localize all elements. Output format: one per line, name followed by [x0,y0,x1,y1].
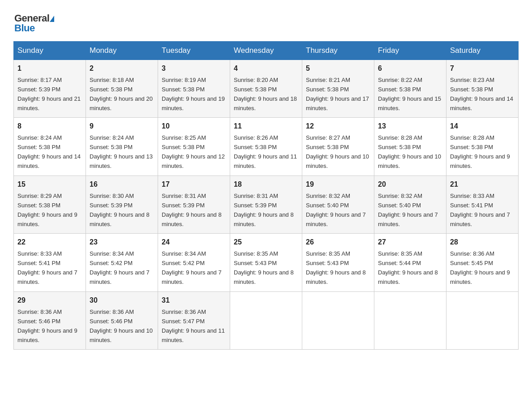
day-info: Sunrise: 8:18 AMSunset: 5:38 PMDaylight:… [90,77,153,111]
day-info: Sunrise: 8:31 AMSunset: 5:39 PMDaylight:… [234,193,294,227]
calendar-header-row: SundayMondayTuesdayWednesdayThursdayFrid… [14,42,519,60]
day-number: 31 [162,295,226,306]
calendar-day-cell: 24Sunrise: 8:34 AMSunset: 5:42 PMDayligh… [158,234,230,291]
column-header-monday: Monday [86,42,158,60]
day-info: Sunrise: 8:24 AMSunset: 5:38 PMDaylight:… [17,134,81,169]
calendar-day-cell: 3Sunrise: 8:19 AMSunset: 5:38 PMDaylight… [158,60,230,118]
calendar-day-cell: 23Sunrise: 8:34 AMSunset: 5:42 PMDayligh… [86,234,158,291]
day-info: Sunrise: 8:35 AMSunset: 5:43 PMDaylight:… [306,250,366,285]
day-number: 11 [234,121,298,132]
calendar-day-cell: 22Sunrise: 8:33 AMSunset: 5:41 PMDayligh… [14,234,86,291]
calendar-day-cell: 6Sunrise: 8:22 AMSunset: 5:38 PMDaylight… [374,60,446,118]
calendar-day-cell [374,291,446,349]
calendar-week-row: 1Sunrise: 8:17 AMSunset: 5:39 PMDaylight… [14,60,519,118]
day-number: 14 [450,121,515,132]
day-info: Sunrise: 8:36 AMSunset: 5:46 PMDaylight:… [17,308,77,343]
day-info: Sunrise: 8:29 AMSunset: 5:38 PMDaylight:… [17,193,77,227]
calendar-week-row: 8Sunrise: 8:24 AMSunset: 5:38 PMDaylight… [14,118,519,176]
day-info: Sunrise: 8:17 AMSunset: 5:39 PMDaylight:… [17,77,81,111]
day-info: Sunrise: 8:31 AMSunset: 5:39 PMDaylight:… [162,193,222,227]
logo-blue: Blue [14,23,54,33]
calendar-day-cell: 15Sunrise: 8:29 AMSunset: 5:38 PMDayligh… [14,176,86,233]
calendar-day-cell: 14Sunrise: 8:28 AMSunset: 5:38 PMDayligh… [446,118,519,176]
calendar-day-cell [446,291,519,349]
day-info: Sunrise: 8:36 AMSunset: 5:46 PMDaylight:… [90,308,153,343]
day-info: Sunrise: 8:22 AMSunset: 5:38 PMDaylight:… [378,77,441,111]
day-number: 10 [162,121,226,132]
calendar-day-cell: 16Sunrise: 8:30 AMSunset: 5:39 PMDayligh… [86,176,158,233]
day-number: 27 [378,237,442,248]
calendar-day-cell: 2Sunrise: 8:18 AMSunset: 5:38 PMDaylight… [86,60,158,118]
calendar-day-cell: 29Sunrise: 8:36 AMSunset: 5:46 PMDayligh… [14,291,86,349]
calendar-day-cell: 1Sunrise: 8:17 AMSunset: 5:39 PMDaylight… [14,60,86,118]
day-info: Sunrise: 8:32 AMSunset: 5:40 PMDaylight:… [306,193,366,227]
column-header-wednesday: Wednesday [230,42,302,60]
day-info: Sunrise: 8:32 AMSunset: 5:40 PMDaylight:… [378,193,438,227]
column-header-saturday: Saturday [446,42,519,60]
calendar-day-cell: 27Sunrise: 8:35 AMSunset: 5:44 PMDayligh… [374,234,446,291]
day-info: Sunrise: 8:33 AMSunset: 5:41 PMDaylight:… [17,250,77,285]
calendar-day-cell: 18Sunrise: 8:31 AMSunset: 5:39 PMDayligh… [230,176,302,233]
day-info: Sunrise: 8:21 AMSunset: 5:38 PMDaylight:… [306,77,369,111]
calendar-day-cell: 9Sunrise: 8:24 AMSunset: 5:38 PMDaylight… [86,118,158,176]
calendar-day-cell: 21Sunrise: 8:33 AMSunset: 5:41 PMDayligh… [446,176,519,233]
day-number: 21 [450,179,515,190]
calendar-day-cell: 10Sunrise: 8:25 AMSunset: 5:38 PMDayligh… [158,118,230,176]
day-number: 25 [234,237,298,248]
day-info: Sunrise: 8:34 AMSunset: 5:42 PMDaylight:… [90,250,150,285]
column-header-thursday: Thursday [302,42,374,60]
column-header-tuesday: Tuesday [158,42,230,60]
day-info: Sunrise: 8:19 AMSunset: 5:38 PMDaylight:… [162,77,225,111]
day-info: Sunrise: 8:36 AMSunset: 5:45 PMDaylight:… [450,250,510,285]
day-number: 22 [17,237,82,248]
day-number: 15 [17,179,82,190]
day-number: 5 [306,63,370,74]
day-info: Sunrise: 8:30 AMSunset: 5:39 PMDaylight:… [90,193,150,227]
page-header: General Blue [13,13,519,33]
column-header-friday: Friday [374,42,446,60]
day-info: Sunrise: 8:25 AMSunset: 5:38 PMDaylight:… [162,134,225,169]
day-info: Sunrise: 8:28 AMSunset: 5:38 PMDaylight:… [450,134,510,169]
day-number: 19 [306,179,370,190]
day-info: Sunrise: 8:28 AMSunset: 5:38 PMDaylight:… [378,134,441,169]
calendar-day-cell: 17Sunrise: 8:31 AMSunset: 5:39 PMDayligh… [158,176,230,233]
calendar-day-cell [302,291,374,349]
calendar-day-cell: 8Sunrise: 8:24 AMSunset: 5:38 PMDaylight… [14,118,86,176]
day-number: 3 [162,63,226,74]
calendar-day-cell: 4Sunrise: 8:20 AMSunset: 5:38 PMDaylight… [230,60,302,118]
day-number: 18 [234,179,298,190]
day-info: Sunrise: 8:33 AMSunset: 5:41 PMDaylight:… [450,193,510,227]
day-number: 2 [90,63,154,74]
day-info: Sunrise: 8:26 AMSunset: 5:38 PMDaylight:… [234,134,297,169]
day-number: 1 [17,63,82,74]
calendar-day-cell: 28Sunrise: 8:36 AMSunset: 5:45 PMDayligh… [446,234,519,291]
calendar-day-cell: 31Sunrise: 8:36 AMSunset: 5:47 PMDayligh… [158,291,230,349]
calendar-day-cell: 7Sunrise: 8:23 AMSunset: 5:38 PMDaylight… [446,60,519,118]
day-info: Sunrise: 8:34 AMSunset: 5:42 PMDaylight:… [162,250,222,285]
day-number: 9 [90,121,154,132]
day-number: 23 [90,237,154,248]
calendar-day-cell: 30Sunrise: 8:36 AMSunset: 5:46 PMDayligh… [86,291,158,349]
day-info: Sunrise: 8:27 AMSunset: 5:38 PMDaylight:… [306,134,369,169]
calendar-day-cell: 25Sunrise: 8:35 AMSunset: 5:43 PMDayligh… [230,234,302,291]
calendar-day-cell: 26Sunrise: 8:35 AMSunset: 5:43 PMDayligh… [302,234,374,291]
day-number: 13 [378,121,442,132]
day-number: 24 [162,237,226,248]
day-number: 26 [306,237,370,248]
calendar-day-cell: 5Sunrise: 8:21 AMSunset: 5:38 PMDaylight… [302,60,374,118]
day-number: 7 [450,63,515,74]
day-number: 8 [17,121,82,132]
calendar-day-cell: 20Sunrise: 8:32 AMSunset: 5:40 PMDayligh… [374,176,446,233]
day-info: Sunrise: 8:35 AMSunset: 5:44 PMDaylight:… [378,250,438,285]
calendar-day-cell: 19Sunrise: 8:32 AMSunset: 5:40 PMDayligh… [302,176,374,233]
day-number: 30 [90,295,154,306]
logo-general: General [14,13,54,23]
calendar-week-row: 22Sunrise: 8:33 AMSunset: 5:41 PMDayligh… [14,234,519,291]
day-number: 6 [378,63,442,74]
day-number: 20 [378,179,442,190]
day-number: 4 [234,63,298,74]
calendar-week-row: 29Sunrise: 8:36 AMSunset: 5:46 PMDayligh… [14,291,519,349]
logo: General Blue [13,13,54,33]
day-info: Sunrise: 8:36 AMSunset: 5:47 PMDaylight:… [162,308,225,343]
day-number: 29 [17,295,82,306]
